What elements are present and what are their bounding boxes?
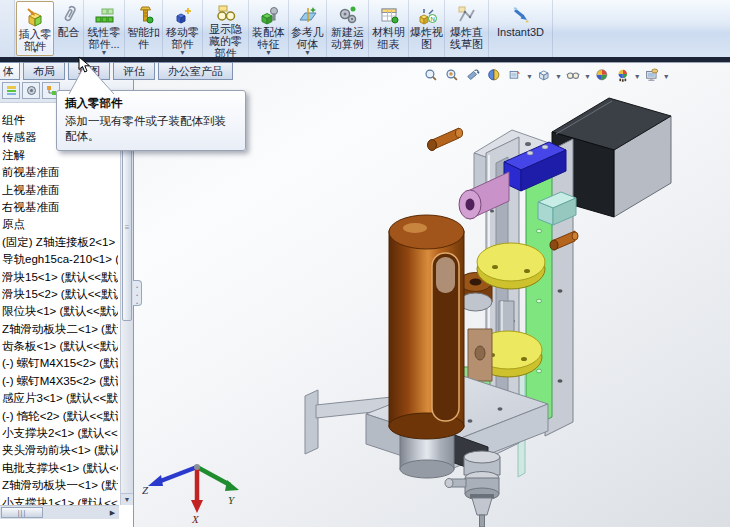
dropdown-arrow-icon[interactable]: ▼	[634, 73, 641, 80]
dropdown-arrow-icon[interactable]: ▼	[101, 49, 108, 57]
tree-item[interactable]: (-) 螺钉M4X35<2> (默认	[2, 373, 118, 390]
tree-vscroll-down-arrow[interactable]: ▼	[121, 493, 133, 505]
tree-item[interactable]: (-) 螺钉M4X15<2> (默认	[2, 355, 118, 372]
tab-2[interactable]: 评估	[113, 62, 155, 80]
ribbon-button-mate[interactable]: 配合	[54, 0, 84, 57]
electric-driver-cylinder	[389, 215, 464, 478]
property-manager-tab-icon[interactable]	[22, 82, 40, 99]
dropdown-arrow-icon[interactable]: ▼	[179, 49, 186, 57]
ribbon-button-label: 移动零部件	[163, 26, 202, 50]
previous-view-icon	[466, 68, 483, 85]
ribbon-button-exploded-view[interactable]: N爆炸视图	[409, 0, 445, 57]
panel-splitter-handle[interactable]: •••	[133, 280, 142, 306]
dropdown-arrow-icon[interactable]: ▼	[265, 49, 272, 57]
ribbon-button-label: 装配体特征	[249, 26, 288, 50]
tree-hscroll-thumb[interactable]: |||	[1, 507, 43, 518]
ribbon-button-smart-fasteners[interactable]: 智能扣件	[125, 0, 163, 57]
hud-button-display-style[interactable]: ▼	[537, 68, 562, 85]
hud-button-apply-scene[interactable]: ▼	[616, 68, 641, 85]
tree-hscroll-right-arrow[interactable]: ▶	[106, 507, 119, 518]
tree-item[interactable]: 右视基准面	[2, 199, 118, 216]
reference-triad: Z Y X	[140, 447, 240, 525]
tree-item[interactable]: 前视基准面	[2, 164, 118, 181]
hud-button-hide-show-items[interactable]: ▼	[566, 68, 591, 85]
tree-item[interactable]: 滑块15<1> (默认<<默认	[2, 269, 118, 286]
tree-item[interactable]: 小支撑块2<1> (默认<<默	[2, 425, 118, 442]
tree-item[interactable]: 感应片3<1> (默认<<默认	[2, 390, 118, 407]
tree-item[interactable]: 原点	[2, 216, 118, 233]
ribbon-button-assembly-features[interactable]: 装配体特征▼	[249, 0, 289, 57]
svg-text:N: N	[430, 16, 434, 22]
tree-item[interactable]: Z轴滑动板块一<1> (默认	[2, 477, 118, 494]
hud-button-edit-appearance[interactable]	[595, 68, 612, 85]
insert-component-icon	[25, 5, 45, 28]
tab-3[interactable]: 办公室产品	[158, 62, 233, 80]
feature-tree-list: 组件传感器注解前视基准面上视基准面右视基准面原点(固定) Z轴连接板2<1> (…	[2, 112, 118, 505]
explode-line-sketch-icon	[457, 3, 477, 26]
zoom-to-area-icon	[445, 68, 462, 85]
ribbon-button-bom[interactable]: 材料明细表	[369, 0, 409, 57]
ribbon-button-instant3d[interactable]: Instant3D	[489, 0, 553, 57]
tooltip-title: 插入零部件	[65, 96, 237, 111]
hud-button-view-settings[interactable]: ▼	[645, 68, 670, 85]
triad-y-label: Y	[228, 494, 236, 506]
ribbon-button-linear-pattern[interactable]: 线性零部件...▼	[84, 0, 125, 57]
ribbon-button-move-component[interactable]: 移动零部件▼	[163, 0, 203, 57]
hud-button-view-orientation[interactable]: ▼	[508, 68, 533, 85]
tree-item[interactable]: 齿条板<1> (默认<<默认	[2, 338, 118, 355]
tree-item[interactable]: 导轨egh15ca-210<1> (默	[2, 251, 118, 268]
hud-button-zoom-to-fit[interactable]	[424, 68, 441, 85]
ribbon-button-label: 参考几何体	[289, 26, 326, 50]
section-view-icon	[487, 68, 504, 85]
ribbon-button-label: 材料明细表	[369, 26, 408, 50]
tan-block	[468, 329, 492, 381]
partial-ribbon-button[interactable]	[0, 0, 15, 57]
ribbon-button-label: 爆炸直线草图	[445, 26, 488, 50]
tab-assembly-partial[interactable]: 体	[0, 62, 20, 80]
show-hidden-icon	[216, 3, 236, 23]
apply-scene-icon	[616, 68, 633, 85]
tree-item[interactable]: Z轴滑动板块二<1> (默认	[2, 321, 118, 338]
ribbon-button-explode-line-sketch[interactable]: 爆炸直线草图	[445, 0, 489, 57]
tree-vscroll-thumb[interactable]: ≡	[122, 134, 132, 321]
dropdown-arrow-icon[interactable]: ▼	[584, 73, 591, 80]
tree-item[interactable]: 电批支撑块<1> (默认<<	[2, 460, 118, 477]
ribbon-buttons: 插入零部件▼配合线性零部件...▼智能扣件移动零部件▼显示隐藏的零部件装配体特征…	[15, 0, 553, 57]
dropdown-arrow-icon[interactable]: ▼	[663, 73, 670, 80]
view-orientation-icon	[508, 68, 525, 85]
linear-pattern-icon	[94, 3, 114, 26]
tree-item[interactable]: 上视基准面	[2, 182, 118, 199]
edit-appearance-icon	[595, 68, 612, 85]
hud-button-section-view[interactable]	[487, 68, 504, 85]
tree-item[interactable]: (固定) Z轴连接板2<1> (默	[2, 234, 118, 251]
command-manager: 插入零部件▼配合线性零部件...▼智能扣件移动零部件▼显示隐藏的零部件装配体特征…	[0, 0, 730, 57]
tree-item[interactable]: 滑块15<2> (默认<<默认	[2, 286, 118, 303]
tree-vertical-scrollbar[interactable]: ≡ ▼	[120, 112, 133, 505]
exploded-view-icon: N	[417, 3, 437, 26]
tree-item[interactable]: 限位块<1> (默认<<默认	[2, 303, 118, 320]
tooltip-body: 添加一现有零件或子装配体到装配体。	[65, 114, 237, 144]
ribbon-button-show-hidden[interactable]: 显示隐藏的零部件	[203, 0, 249, 57]
feature-tree-tab-icon[interactable]	[2, 82, 20, 99]
dropdown-arrow-icon[interactable]: ▼	[526, 73, 533, 80]
hud-button-previous-view[interactable]	[466, 68, 483, 85]
ribbon-button-reference-geometry[interactable]: 参考几何体▼	[289, 0, 327, 57]
tab-0[interactable]: 布局	[23, 62, 65, 80]
tree-item[interactable]: (-) 惰轮<2> (默认<<默认	[2, 408, 118, 425]
triad-x-label: X	[191, 513, 200, 525]
tree-item[interactable]: 夹头滑动前块<1> (默认<	[2, 442, 118, 459]
tree-horizontal-scrollbar[interactable]: ||| ▶	[0, 505, 119, 519]
ribbon-button-label: 线性零部件...	[84, 26, 124, 50]
hide-show-items-icon	[566, 68, 583, 85]
dropdown-arrow-icon[interactable]: ▼	[304, 49, 311, 57]
heads-up-view-toolbar: ▼▼▼▼▼	[424, 68, 674, 85]
dropdown-arrow-icon[interactable]: ▼	[555, 73, 562, 80]
hud-button-zoom-to-area[interactable]	[445, 68, 462, 85]
ribbon-button-motion-study[interactable]: 新建运动算例	[327, 0, 369, 57]
triad-z-label: Z	[142, 484, 149, 496]
tree-item[interactable]: 小支撑块1<1> (默认<<默	[2, 495, 118, 505]
instant3d-icon	[511, 3, 531, 26]
dropdown-arrow-icon[interactable]: ▼	[32, 47, 39, 55]
ribbon-button-insert-component[interactable]: 插入零部件▼	[16, 1, 54, 56]
display-style-icon	[537, 68, 554, 85]
